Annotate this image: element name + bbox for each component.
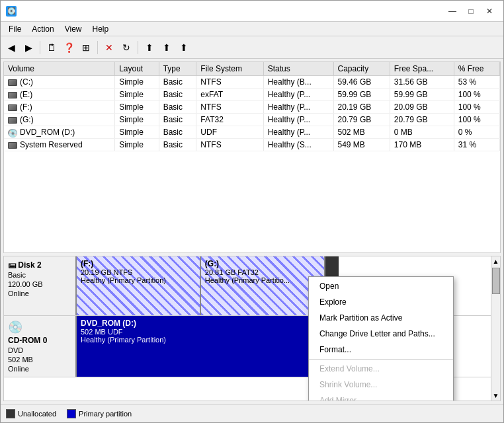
table-row[interactable]: System Reserved Simple Basic NTFS Health… (4, 139, 500, 151)
cell-type: Basic (159, 139, 196, 151)
cell-status: Healthy (B... (263, 76, 333, 89)
legend-primary: Primary partition (67, 409, 132, 418)
ctx-item-open[interactable]: Open (309, 278, 453, 294)
col-status[interactable]: Status (263, 62, 333, 76)
col-type[interactable]: Type (159, 62, 196, 76)
context-menu: OpenExploreMark Partition as ActiveChang… (308, 276, 454, 401)
col-capacity[interactable]: Capacity (333, 62, 390, 76)
partition-g[interactable]: (G:) 20.81 GB FAT32 Healthy (Primary Par… (201, 256, 325, 315)
ctx-item-change-drive-letter-and-paths-[interactable]: Change Drive Letter and Paths... (309, 326, 453, 342)
legend-unallocated: Unallocated (6, 409, 56, 418)
table-row[interactable]: (F:) Simple Basic NTFS Healthy (P... 20.… (4, 101, 500, 114)
ctx-item-mark-partition-as-active[interactable]: Mark Partition as Active (309, 310, 453, 326)
cell-fs: NTFS (196, 101, 263, 114)
ctx-item-format-[interactable]: Format... (309, 342, 453, 358)
cell-layout: Simple (115, 139, 159, 151)
main-content: Volume Layout Type File System Status Ca… (1, 59, 503, 422)
delete-button[interactable]: ✕ (101, 40, 117, 56)
scroll-up-button[interactable]: ▲ (491, 256, 500, 266)
cell-layout: Simple (115, 114, 159, 126)
close-button[interactable]: ✕ (481, 5, 498, 18)
col-free[interactable]: Free Spa... (390, 62, 454, 76)
cell-capacity: 502 MB (333, 126, 390, 139)
table-row[interactable]: (E:) Simple Basic exFAT Healthy (P... 59… (4, 89, 500, 101)
col-pct[interactable]: % Free (454, 62, 499, 76)
cell-type: Basic (159, 101, 196, 114)
disk2-size: 120.00 GB (8, 280, 71, 288)
volume-table: Volume Layout Type File System Status Ca… (4, 62, 500, 151)
main-window: 💽 — □ ✕ File Action View Help ◀ ▶ 🗒 ❓ ⊞ … (0, 0, 504, 423)
volume-table-panel: Volume Layout Type File System Status Ca… (3, 61, 501, 253)
maximize-button[interactable]: □ (462, 5, 480, 18)
cell-layout: Simple (115, 101, 159, 114)
partition-f-status: Healthy (Primary Partition) (81, 276, 196, 284)
cell-pct: 100 % (454, 101, 499, 114)
legend-primary-label: Primary partition (79, 410, 132, 418)
cell-fs: UDF (196, 126, 263, 139)
scrollbar[interactable]: ▲ ▼ (491, 256, 500, 401)
cell-layout: Simple (115, 76, 159, 89)
cdrom0-label: 💿 CD-ROM 0 DVD 502 MB Online (4, 316, 77, 377)
forward-button[interactable]: ▶ (21, 40, 36, 56)
refresh-button[interactable]: ↻ (118, 40, 134, 56)
up-button-3[interactable]: ⬆ (176, 40, 192, 56)
table-row[interactable]: 💿DVD_ROM (D:) Simple Basic UDF Healthy (… (4, 126, 500, 139)
partition-f[interactable]: (F:) 20.19 GB NTFS Healthy (Primary Part… (77, 256, 201, 315)
up-button-2[interactable]: ⬆ (159, 40, 175, 56)
back-button[interactable]: ◀ (3, 40, 19, 56)
cell-volume: (C:) (4, 76, 115, 89)
partition-f-name: (F:) (81, 259, 196, 268)
cell-fs: FAT32 (196, 114, 263, 126)
menu-bar: File Action View Help (1, 22, 503, 36)
ctx-item-explore[interactable]: Explore (309, 294, 453, 310)
help-icon-button[interactable]: ❓ (61, 40, 77, 56)
cell-volume: (E:) (4, 89, 115, 101)
minimize-button[interactable]: — (444, 5, 461, 18)
table-row[interactable]: (G:) Simple Basic FAT32 Healthy (P... 20… (4, 114, 500, 126)
cdrom0-size: 502 MB (8, 356, 71, 364)
cell-layout: Simple (115, 89, 159, 101)
scroll-down-button[interactable]: ▼ (491, 391, 500, 401)
cell-capacity: 59.99 GB (333, 89, 390, 101)
cell-free: 0 MB (390, 126, 454, 139)
view-button[interactable]: 🗒 (44, 40, 60, 56)
legend-primary-box (67, 409, 76, 418)
cell-pct: 100 % (454, 89, 499, 101)
cell-pct: 0 % (454, 126, 499, 139)
menu-help[interactable]: Help (87, 23, 114, 35)
col-layout[interactable]: Layout (115, 62, 159, 76)
cell-layout: Simple (115, 126, 159, 139)
cell-free: 59.99 GB (390, 89, 454, 101)
separator-2 (97, 41, 98, 54)
legend-bar: Unallocated Primary partition (1, 404, 503, 422)
table-row[interactable]: (C:) Simple Basic NTFS Healthy (B... 59.… (4, 76, 500, 89)
cdrom-icon: 💿 (8, 320, 71, 334)
cell-status: Healthy (P... (263, 101, 333, 114)
cell-type: Basic (159, 114, 196, 126)
cell-type: Basic (159, 76, 196, 89)
grid-button[interactable]: ⊞ (78, 40, 94, 56)
up-button-1[interactable]: ⬆ (142, 40, 157, 56)
menu-action[interactable]: Action (26, 23, 59, 35)
cell-free: 31.56 GB (390, 76, 454, 89)
menu-view[interactable]: View (60, 23, 87, 35)
col-volume[interactable]: Volume (4, 62, 115, 76)
disk2-status: Online (8, 289, 71, 297)
partition-g-status: Healthy (Primary Partitio... (205, 276, 320, 284)
cell-capacity: 549 MB (333, 139, 390, 151)
col-filesystem[interactable]: File System (196, 62, 263, 76)
cell-volume: (F:) (4, 101, 115, 114)
disk-panel: 🖴 Disk 2 Basic 120.00 GB Online (F:) 20.… (3, 256, 501, 401)
legend-unalloc-label: Unallocated (18, 410, 56, 418)
cell-status: Healthy (P... (263, 126, 333, 139)
cell-type: Basic (159, 126, 196, 139)
cell-status: Healthy (P... (263, 89, 333, 101)
cell-free: 20.79 GB (390, 114, 454, 126)
scroll-thumb[interactable] (492, 268, 500, 294)
cdrom0-status: Online (8, 365, 71, 373)
cell-type: Basic (159, 89, 196, 101)
menu-file[interactable]: File (3, 23, 26, 35)
separator-1 (40, 41, 40, 54)
cell-capacity: 20.19 GB (333, 101, 390, 114)
cell-free: 20.09 GB (390, 101, 454, 114)
